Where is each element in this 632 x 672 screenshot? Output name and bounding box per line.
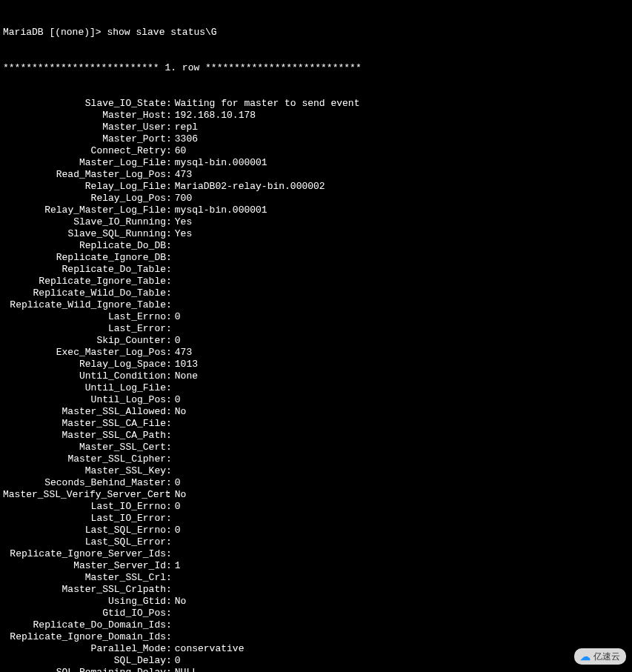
field-separator: :: [166, 394, 172, 406]
status-field-row: Master_SSL_Verify_Server_Cert:No: [3, 489, 629, 501]
field-value: No: [172, 489, 187, 501]
field-value: NULL: [172, 667, 198, 672]
field-label: Master_SSL_Key: [3, 465, 166, 477]
status-field-row: Last_SQL_Errno:0: [3, 525, 629, 536]
field-separator: :: [166, 370, 172, 382]
prompt-prefix: MariaDB [(none)]>: [3, 27, 102, 39]
status-field-row: Replicate_Do_Table:: [3, 264, 629, 276]
status-field-row: Slave_SQL_Running:Yes: [3, 228, 629, 240]
prompt-command: show slave status\G: [107, 27, 216, 39]
field-label: Replicate_Wild_Ignore_Table: [3, 299, 166, 311]
status-field-row: Master_SSL_CA_File:: [3, 418, 629, 430]
field-value: 0: [172, 477, 181, 489]
field-value: [172, 631, 175, 643]
field-label: Read_Master_Log_Pos: [3, 169, 166, 181]
field-label: Relay_Log_Pos: [3, 193, 166, 204]
field-value: [172, 608, 175, 619]
status-field-row: Replicate_Do_Domain_Ids:: [3, 619, 629, 631]
field-separator: :: [166, 596, 172, 608]
field-value: None: [172, 370, 198, 382]
field-separator: :: [166, 608, 172, 619]
status-field-row: Last_Errno:0: [3, 311, 629, 323]
field-separator: :: [166, 536, 172, 548]
field-separator: :: [166, 347, 172, 359]
field-label: Relay_Master_Log_File: [3, 204, 166, 216]
field-value: [172, 430, 175, 442]
status-field-row: Gtid_IO_Pos:: [3, 608, 629, 619]
status-field-row: Relay_Log_Space:1013: [3, 359, 629, 370]
terminal-output[interactable]: MariaDB [(none)]> show slave status\G **…: [3, 3, 629, 672]
field-label: Parallel_Mode: [3, 643, 166, 655]
status-field-row: Master_SSL_Key:: [3, 465, 629, 477]
field-separator: :: [166, 619, 172, 631]
field-value: MariaDB02-relay-bin.000002: [172, 181, 325, 193]
status-field-row: Last_Error:: [3, 323, 629, 335]
field-label: Connect_Retry: [3, 145, 166, 157]
status-field-row: Master_SSL_Crl:: [3, 572, 629, 584]
status-field-row: Last_IO_Errno:0: [3, 501, 629, 513]
field-value: 0: [172, 311, 181, 323]
field-separator: :: [166, 204, 172, 216]
status-field-row: Replicate_Ignore_DB:: [3, 252, 629, 264]
field-label: Replicate_Do_DB: [3, 240, 166, 252]
field-label: Replicate_Ignore_Table: [3, 276, 166, 287]
field-value: repl: [172, 122, 198, 133]
field-value: [172, 442, 175, 453]
field-value: conservative: [172, 643, 245, 655]
cloud-icon: ☁: [580, 651, 591, 662]
field-value: 1: [172, 560, 181, 572]
field-label: Slave_SQL_Running: [3, 228, 166, 240]
field-separator: :: [166, 442, 172, 453]
status-field-row: Slave_IO_State:Waiting for master to sen…: [3, 98, 629, 110]
field-separator: :: [166, 264, 172, 276]
field-value: Yes: [172, 216, 192, 228]
status-field-row: Read_Master_Log_Pos:473: [3, 169, 629, 181]
field-value: 0: [172, 525, 181, 536]
field-value: [172, 264, 175, 276]
field-value: mysql-bin.000001: [172, 204, 267, 216]
field-separator: :: [166, 453, 172, 465]
status-field-row: Master_SSL_Allowed:No: [3, 406, 629, 418]
field-separator: :: [166, 560, 172, 572]
field-separator: :: [166, 667, 172, 672]
status-field-row: Master_SSL_Crlpath:: [3, 584, 629, 596]
field-separator: :: [166, 110, 172, 122]
status-field-row: Connect_Retry:60: [3, 145, 629, 157]
field-separator: :: [166, 513, 172, 525]
status-fields: Slave_IO_State:Waiting for master to sen…: [3, 98, 629, 672]
field-label: Master_User: [3, 122, 166, 133]
field-label: Last_IO_Errno: [3, 501, 166, 513]
status-field-row: Until_Log_Pos:0: [3, 394, 629, 406]
status-field-row: Parallel_Mode:conservative: [3, 643, 629, 655]
field-separator: :: [166, 122, 172, 133]
field-separator: :: [166, 465, 172, 477]
field-value: 1013: [172, 359, 198, 370]
watermark: ☁ 亿速云: [574, 648, 626, 665]
field-separator: :: [166, 655, 172, 667]
field-separator: :: [166, 548, 172, 560]
field-separator: :: [166, 311, 172, 323]
field-label: Master_SSL_Crlpath: [3, 584, 166, 596]
status-field-row: Master_Host:192.168.10.178: [3, 110, 629, 122]
field-label: Master_SSL_CA_File: [3, 418, 166, 430]
field-separator: :: [166, 169, 172, 181]
field-separator: :: [166, 240, 172, 252]
field-separator: :: [166, 145, 172, 157]
field-value: [172, 418, 175, 430]
field-label: Master_SSL_Verify_Server_Cert: [3, 489, 166, 501]
field-label: Master_Log_File: [3, 157, 166, 169]
status-field-row: Last_IO_Error:: [3, 513, 629, 525]
field-separator: :: [166, 382, 172, 394]
field-value: 473: [172, 169, 192, 181]
status-field-row: Replicate_Wild_Do_Table:: [3, 287, 629, 299]
field-separator: :: [166, 252, 172, 264]
status-field-row: Seconds_Behind_Master:0: [3, 477, 629, 489]
field-value: [172, 276, 175, 287]
field-value: [172, 584, 175, 596]
field-value: [172, 619, 175, 631]
field-separator: :: [166, 525, 172, 536]
field-label: Exec_Master_Log_Pos: [3, 347, 166, 359]
field-label: Skip_Counter: [3, 335, 166, 347]
field-value: 3306: [172, 133, 198, 145]
field-label: Until_Log_Pos: [3, 394, 166, 406]
